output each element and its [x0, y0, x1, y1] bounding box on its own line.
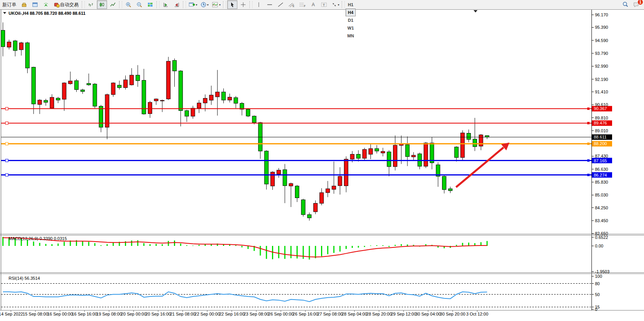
x-tick-label: 15 Sep 08:00: [23, 312, 48, 316]
timeframe-h1[interactable]: H1: [346, 1, 356, 9]
crosshair-icon[interactable]: [238, 0, 248, 9]
y-tick-label: 83.450: [595, 218, 608, 223]
x-tick-label: 29 Sep 12:00: [391, 312, 416, 316]
timeframe-w1[interactable]: W1: [346, 24, 356, 32]
chevron-down-icon: ▾: [338, 3, 339, 7]
y-tick-label: 92.990: [595, 64, 608, 68]
candle-11: [68, 81, 72, 84]
rsi-tick-label: 100: [595, 274, 602, 279]
line-handle[interactable]: [5, 107, 8, 110]
candle-73: [448, 189, 452, 191]
y-tick-label: 84.250: [595, 205, 608, 210]
candle-74: [454, 147, 458, 158]
candle-27: [167, 61, 170, 99]
timeframe-d1[interactable]: D1: [346, 16, 356, 24]
x-tick-label: 20 Sep 16:00: [146, 312, 171, 316]
x-tick-label: 22 Sep 00:00: [195, 312, 220, 316]
line-handle[interactable]: [5, 122, 8, 125]
terminal-window-icon[interactable]: [30, 0, 40, 9]
text-label-icon[interactable]: T: [319, 0, 329, 9]
candle-9: [56, 98, 60, 100]
y-tick-label: 93.790: [595, 51, 608, 56]
macd-tick-label: 0.6522: [595, 235, 608, 240]
line-end-marker: [587, 107, 590, 110]
x-tick-label: 23 Sep 08:00: [244, 312, 269, 316]
period-clock-icon[interactable]: ▾: [199, 0, 210, 9]
svg-text:F: F: [304, 5, 305, 7]
price-tag-label: 87.165: [594, 158, 607, 163]
bar-chart-type-icon[interactable]: [86, 0, 96, 9]
candle-48: [295, 186, 299, 198]
candle-51: [314, 203, 318, 212]
auto-trading-button[interactable]: 自动交易: [52, 0, 81, 9]
market-watch-icon[interactable]: [19, 0, 29, 9]
candle-25: [154, 99, 158, 101]
candle-47: [289, 184, 293, 186]
candle-53: [326, 189, 330, 193]
candle-17: [105, 95, 109, 127]
candle-57: [350, 154, 354, 159]
y-tick-label: 90.610: [595, 102, 608, 107]
x-tick-label: 22 Sep 16:00: [219, 312, 244, 316]
y-tick-label: 89.810: [595, 116, 608, 120]
equidistant-channel-icon[interactable]: E: [286, 0, 297, 9]
chart-shift-icon[interactable]: [161, 0, 171, 9]
candle-14: [87, 83, 91, 85]
chart-background: [0, 9, 644, 321]
text-icon[interactable]: A: [308, 0, 318, 9]
candle-49: [301, 200, 305, 214]
line-handle[interactable]: [5, 174, 8, 176]
new-order-button[interactable]: 新订单: [0, 0, 18, 9]
cursor-icon[interactable]: [227, 0, 237, 9]
candle-34: [209, 95, 213, 100]
zoom-in-icon[interactable]: [123, 0, 133, 9]
timeframe-group: M1M5M15M30H1H4D1W1MN: [346, 0, 356, 40]
candle-30: [185, 111, 189, 116]
y-tick-label: 96.170: [595, 12, 608, 17]
chat-icon[interactable]: 1: [631, 0, 641, 9]
search-icon[interactable]: [620, 0, 630, 9]
x-tick-label: 30 Sep 20:00: [440, 312, 465, 316]
line-handle[interactable]: [5, 142, 8, 145]
candle-chart-type-icon[interactable]: [97, 0, 107, 9]
candle-35: [216, 92, 219, 96]
chart-autoscroll-icon[interactable]: [172, 0, 182, 9]
rsi-tick-label: 80: [595, 281, 600, 286]
candle-16: [99, 106, 103, 127]
candle-13: [81, 90, 84, 91]
candle-38: [234, 98, 238, 103]
svg-text:T: T: [323, 3, 325, 7]
arrow-objects-icon[interactable]: ▾: [330, 0, 340, 9]
new-chart-icon[interactable]: ▾: [187, 0, 198, 9]
candle-50: [307, 215, 311, 218]
trendline-icon[interactable]: [275, 0, 286, 9]
timeframe-h4[interactable]: H4: [346, 9, 356, 16]
y-tick-label: 95.390: [595, 25, 608, 30]
chevron-down-icon: ▾: [219, 3, 221, 7]
chevron-down-icon: ▾: [196, 3, 197, 7]
candle-79: [485, 135, 489, 137]
candle-19: [118, 85, 121, 88]
chart-canvas[interactable]: 90.36789.47688.61188.20087.16586.27496.1…: [0, 0, 644, 321]
line-end-marker: [587, 174, 590, 176]
line-handle[interactable]: [5, 159, 8, 162]
fibonacci-icon[interactable]: F: [297, 0, 307, 9]
candle-78: [479, 135, 483, 146]
candle-10: [62, 83, 66, 99]
candle-67: [412, 155, 416, 157]
tile-windows-icon[interactable]: [145, 0, 155, 9]
vertical-line-icon[interactable]: [254, 0, 264, 9]
notification-badge[interactable]: 1: [637, 0, 643, 5]
line-chart-type-icon[interactable]: [108, 0, 118, 9]
indicator-list-icon[interactable]: ▾: [211, 0, 222, 9]
signal-icon[interactable]: [41, 0, 51, 9]
chevron-down-icon: ▾: [207, 3, 209, 7]
svg-text:A: A: [312, 2, 315, 7]
candle-59: [363, 149, 367, 158]
timeframe-mn[interactable]: MN: [346, 32, 356, 40]
zoom-out-icon[interactable]: [134, 0, 144, 9]
candle-42: [258, 123, 262, 151]
candle-7: [44, 100, 48, 102]
horizontal-line-icon[interactable]: [265, 0, 275, 9]
x-tick-label: 14 Sep 2022: [0, 312, 23, 316]
